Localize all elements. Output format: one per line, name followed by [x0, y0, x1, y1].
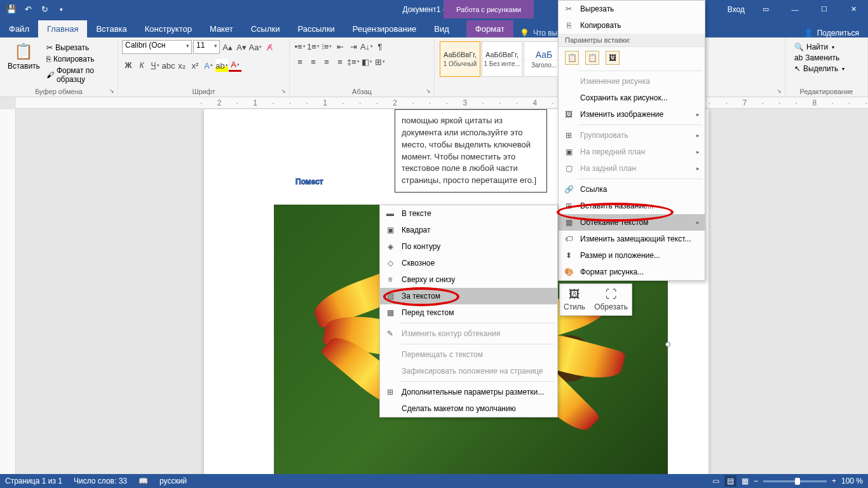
shading-icon[interactable]: ◧ [360, 55, 373, 68]
borders-icon[interactable]: ⊞ [374, 55, 386, 68]
tab-mailings[interactable]: Рассылки [288, 20, 343, 37]
wrap-more-options[interactable]: ⊞Дополнительные параметры разметки... [380, 384, 557, 400]
ctx-alt-text[interactable]: 🏷Изменить замещающий текст... [559, 231, 705, 247]
shrink-font-icon[interactable]: A▾ [235, 41, 248, 53]
wrap-through[interactable]: ◇Сквозное [380, 255, 557, 271]
status-page[interactable]: Страница 1 из 1 [5, 477, 62, 485]
ribbon-options-icon[interactable]: ▭ [751, 0, 780, 18]
tab-review[interactable]: Рецензирование [344, 20, 425, 37]
ctx-change-picture[interactable]: 🖼Изменить изображение▸ [559, 106, 705, 123]
zoom-level[interactable]: 100 % [841, 477, 863, 485]
share-button[interactable]: 👤Поделиться [795, 29, 868, 37]
increase-indent-icon[interactable]: ⇥ [347, 40, 360, 53]
font-name-select[interactable]: Calibri (Осн [122, 40, 192, 54]
clipboard-launcher-icon[interactable]: ↘ [107, 86, 116, 95]
align-center-icon[interactable]: ≡ [307, 55, 320, 68]
decrease-indent-icon[interactable]: ⇤ [334, 40, 346, 53]
ctx-insert-caption[interactable]: ⊞Вставить название... [559, 198, 705, 214]
italic-icon[interactable]: К [135, 59, 148, 72]
zoom-out-icon[interactable]: − [754, 477, 758, 485]
change-case-icon[interactable]: Aa [249, 41, 262, 53]
line-spacing-icon[interactable]: ‡≡ [347, 55, 360, 68]
wrap-inline[interactable]: ▬В тексте [380, 205, 557, 222]
paste-merge-icon[interactable]: 📋 [585, 51, 599, 65]
find-button[interactable]: 🔍Найти▾ [794, 43, 858, 51]
ctx-wrap-text[interactable]: ▦Обтекание текстом▸ [559, 214, 705, 231]
highlight-icon[interactable]: ab [215, 59, 228, 72]
tab-view[interactable]: Вид [425, 20, 458, 37]
login-link[interactable]: Вход [728, 5, 745, 14]
underline-icon[interactable]: Ч [149, 59, 161, 72]
mini-style-button[interactable]: 🖼Стиль [564, 288, 585, 311]
wrap-square[interactable]: ▣Квадрат [380, 222, 557, 238]
ctx-cut[interactable]: ✂Вырезать [559, 1, 705, 17]
selection-handle[interactable] [665, 342, 670, 347]
tab-home[interactable]: Главная [38, 20, 87, 37]
mini-crop-button[interactable]: ⛶Обрезать [594, 288, 628, 311]
save-icon[interactable]: 💾 [4, 2, 19, 17]
tab-format[interactable]: Формат [466, 20, 513, 37]
wrap-set-default[interactable]: Сделать макетом по умолчанию [380, 400, 557, 417]
ctx-save-as-picture[interactable]: Сохранить как рисунок... [559, 90, 705, 106]
ctx-copy[interactable]: ⎘Копировать [559, 17, 705, 34]
view-print-icon[interactable]: ▤ [724, 475, 736, 487]
redo-icon[interactable]: ↻ [37, 2, 52, 17]
tab-layout[interactable]: Макет [201, 20, 242, 37]
zoom-slider[interactable] [763, 480, 827, 482]
copy-button[interactable]: ⎘Копировать [44, 54, 114, 64]
view-read-icon[interactable]: ▭ [712, 477, 719, 485]
wrap-tight[interactable]: ◈По контуру [380, 238, 557, 255]
text-effects-icon[interactable]: A [202, 59, 215, 72]
qat-customize-icon[interactable]: ▾ [53, 2, 69, 17]
wrap-top-bottom[interactable]: ≡Сверху и снизу [380, 271, 557, 288]
undo-icon[interactable]: ↶ [20, 2, 36, 17]
status-word-count[interactable]: Число слов: 33 [74, 477, 127, 485]
subscript-icon[interactable]: x₂ [175, 59, 188, 72]
align-left-icon[interactable]: ≡ [294, 55, 306, 68]
maximize-icon[interactable]: ☐ [810, 0, 839, 18]
bullets-icon[interactable]: •≡ [294, 40, 306, 53]
tab-insert[interactable]: Вставка [87, 20, 135, 37]
format-painter-button[interactable]: 🖌Формат по образцу [44, 65, 114, 85]
show-marks-icon[interactable]: ¶ [374, 40, 386, 53]
minimize-icon[interactable]: — [780, 0, 810, 18]
font-color-icon[interactable]: A [229, 59, 241, 72]
paste-keep-source-icon[interactable]: 📋 [565, 51, 579, 65]
numbering-icon[interactable]: 1≡ [307, 40, 320, 53]
status-spellcheck-icon[interactable]: 📖 [139, 477, 148, 485]
sort-icon[interactable]: A↓ [360, 40, 373, 53]
replace-button[interactable]: abЗаменить [794, 53, 858, 62]
paragraph-launcher-icon[interactable]: ↘ [424, 86, 433, 95]
align-right-icon[interactable]: ≡ [320, 55, 333, 68]
paste-picture-icon[interactable]: 🖼 [606, 51, 620, 65]
text-box[interactable]: помощью яркой цитаты из документа или ис… [395, 109, 547, 193]
ctx-format-picture[interactable]: 🎨Формат рисунка... [559, 264, 705, 280]
styles-launcher-icon[interactable]: ↘ [775, 86, 783, 95]
tab-file[interactable]: Файл [0, 20, 38, 37]
style-nospacing[interactable]: АаБбВвГг,1 Без инте... [482, 41, 522, 77]
zoom-in-icon[interactable]: + [832, 477, 836, 485]
tab-references[interactable]: Ссылки [242, 20, 289, 37]
multilevel-icon[interactable]: ⁝≡ [320, 40, 333, 53]
paste-button[interactable]: 📋 Вставить [4, 40, 44, 73]
close-icon[interactable]: ✕ [839, 0, 868, 18]
bold-icon[interactable]: Ж [122, 59, 135, 72]
status-language[interactable]: русский [159, 477, 187, 485]
ctx-size-position[interactable]: ⬍Размер и положение... [559, 247, 705, 264]
tab-design[interactable]: Конструктор [136, 20, 201, 37]
cut-button[interactable]: ✂Вырезать [44, 43, 114, 53]
superscript-icon[interactable]: x² [189, 59, 201, 72]
font-size-select[interactable]: 11 [193, 40, 220, 54]
justify-icon[interactable]: ≡ [334, 55, 346, 68]
horizontal-ruler[interactable]: · 2 · 1 · · · 1 · · · 2 · · · 3 · · · 4 … [16, 97, 868, 109]
clear-format-icon[interactable]: A̸ [263, 41, 276, 53]
wrap-in-front[interactable]: ▩Перед текстом [380, 304, 557, 321]
select-button[interactable]: ↖Выделить▾ [794, 64, 858, 73]
font-launcher-icon[interactable]: ↘ [279, 86, 288, 95]
vertical-ruler[interactable] [0, 109, 16, 474]
ctx-link[interactable]: 🔗Ссылка [559, 181, 705, 198]
wrap-behind-text[interactable]: ▨За текстом [380, 288, 557, 304]
strike-icon[interactable]: abc [162, 59, 175, 72]
style-normal[interactable]: АаБбВвГг,1 Обычный [440, 41, 480, 77]
grow-font-icon[interactable]: A▴ [221, 41, 234, 53]
